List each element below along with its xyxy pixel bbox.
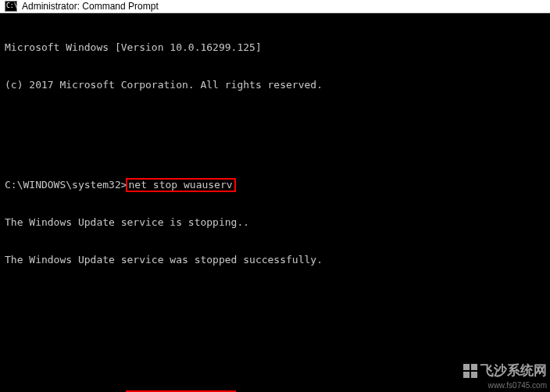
output-line: The Windows Update service was stopped s… [5, 254, 545, 266]
blank-line [5, 116, 545, 129]
blank-line [5, 291, 545, 304]
watermark: 飞沙系统网 www.fs0745.com [433, 358, 550, 392]
watermark-url: www.fs0745.com [488, 380, 547, 392]
watermark-text: 飞沙系统网 [480, 365, 547, 377]
svg-rect-5 [471, 372, 477, 378]
svg-text:C:\: C:\ [6, 2, 17, 9]
output-text: The Windows Update service was stopped s… [5, 254, 323, 266]
windows-logo-icon [463, 364, 477, 378]
prompt: C:\WINDOWS\system32> [5, 179, 127, 191]
prompt-line: C:\WINDOWS\system32> net stop wuauserv [5, 179, 545, 191]
output-text: The Windows Update service is stopping.. [5, 216, 249, 229]
command-text: net stop wuauserv [129, 179, 233, 191]
svg-rect-4 [463, 372, 470, 378]
terminal-area[interactable]: Microsoft Windows [Version 10.0.16299.12… [0, 13, 550, 392]
copyright-line: (c) 2017 Microsoft Corporation. All righ… [5, 79, 545, 91]
svg-rect-3 [471, 364, 477, 370]
version-text: Microsoft Windows [Version 10.0.16299.12… [5, 41, 262, 54]
titlebar[interactable]: C:\ Administrator: Command Prompt [0, 0, 550, 13]
command-prompt-window: C:\ Administrator: Command Prompt Micros… [0, 0, 550, 392]
copyright-text: (c) 2017 Microsoft Corporation. All righ… [5, 79, 323, 91]
svg-rect-2 [463, 364, 470, 370]
command-highlight: net stop wuauserv [126, 178, 236, 192]
version-line: Microsoft Windows [Version 10.0.16299.12… [5, 41, 545, 54]
window-title: Administrator: Command Prompt [22, 1, 159, 12]
cmd-icon: C:\ [5, 0, 17, 12]
output-line: The Windows Update service is stopping.. [5, 216, 545, 229]
blank-line [5, 329, 545, 341]
